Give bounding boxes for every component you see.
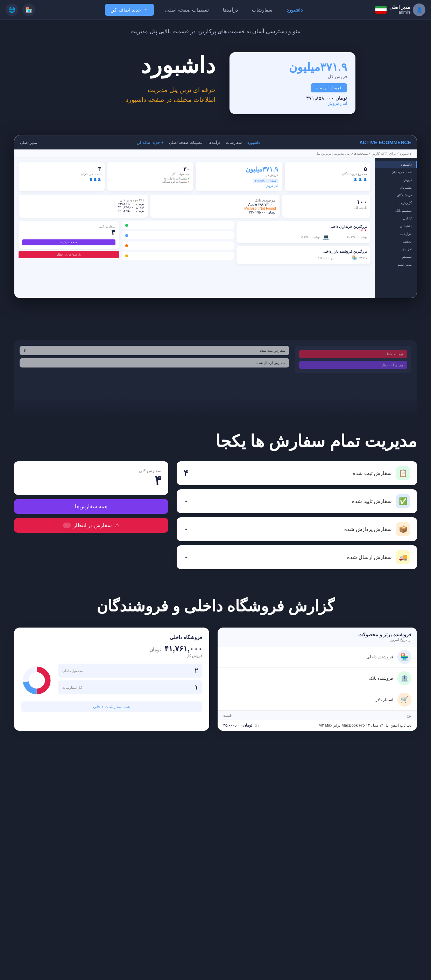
buyer-avatars: 👤👤👤 (22, 178, 101, 181)
mock-sidebar-support[interactable]: پشتیبانی (375, 222, 417, 230)
seller1-name: Microsoft (332, 235, 344, 239)
mock-second-row: ۱۰۰ بازدید کل موجودی بانک Apple ۳۹۹,۷۳۱,… (19, 195, 371, 218)
order-conf-dot (125, 234, 128, 237)
order-registered-count: ۴ (184, 468, 188, 478)
orders-side-panel: سفارش کلی ۴ همه سفارش‌ها ⚠ سفارش در انتظ… (14, 461, 168, 569)
stats-link[interactable]: آمار فروش (238, 101, 347, 106)
order-processing-count: ۰ (184, 524, 188, 534)
mock-sidebar-increase[interactable]: افزایش (375, 245, 417, 253)
mock-sidebar-menu-admin[interactable]: مدیر المنو (375, 261, 417, 269)
seller1-icon: 💻 (323, 234, 329, 240)
vendor-count-mock: ۲۵,۱۱۱ (359, 256, 367, 260)
bg-order-2: سفارش ارسال شده۰ (20, 358, 289, 368)
revenue-numbers: تومان ۳۹۹,۷۳۱,۰۰۰ تومان ۳۳۰,۲۹۵,۰۰۰ توما… (22, 202, 144, 212)
screenshot-inner: ACTIVE ECOMMERCE داشبورد سفارشات درآمدها… (14, 135, 417, 298)
nav-right-actions: 🏪 🌐 (6, 3, 35, 16)
vendor-2-name: فروشنده بانک (223, 676, 393, 681)
mock-sidebar-dashboard[interactable]: داشبورد (375, 161, 417, 169)
order-shipped-label: سفارش ارسال شده (347, 554, 392, 560)
revenue-label: ۲۲۶ موجودی کلی (22, 198, 144, 202)
vendors-title: بزرگترین فروشنده بازار داخلی (240, 250, 367, 253)
visits-num: ۱۰۰ (286, 198, 367, 206)
order-confirmed-count: ۰ (184, 496, 188, 506)
language-flag[interactable] (375, 6, 386, 14)
seller1-row: تومان ۳۱,۳۲۱,۰۰۰ Microsoft 💻 تومان ۱۱,۳۷… (240, 234, 367, 240)
reports-grid: فروشنده برتر و محصولات از تاریخ امروز 🏪 … (14, 628, 417, 731)
pending-btn-label: سفارش در انتظار (73, 522, 112, 528)
pending-btn-mock[interactable]: ⚠ سفارش در انتظار (19, 251, 119, 258)
nav-link-dashboard[interactable]: داشبورد (284, 6, 305, 14)
mock-sidebar-system[interactable]: سیستم (375, 253, 417, 261)
store-icon-btn[interactable]: 🏪 (22, 3, 35, 16)
mock-nav-add: + جدید اضافه کن (137, 140, 164, 145)
orders-stat-label: کل سفارشات (62, 686, 82, 689)
store-all-orders-button[interactable]: همه سفارشات داخلی (21, 702, 202, 712)
mock-sidebar-discount[interactable]: تخفیف (375, 238, 417, 245)
nav-user-section: 👤 مدیر اصلی admin (375, 3, 425, 16)
order-processing-icon: 📦 (396, 522, 410, 536)
user-role: admin (390, 10, 410, 15)
vendors-label: مجموع فروشندگان (288, 172, 367, 176)
mock-logo: ACTIVE ECOMMERCE (359, 140, 411, 145)
order-reg-count: ۴ (166, 223, 168, 227)
nav-link-settings[interactable]: تنظیمات صفحه اصلی (162, 6, 212, 14)
month-sales-button[interactable]: فروش این ماه (311, 83, 347, 92)
order-card-confirmed: ✅ سفارش تایید شده ۰ (177, 489, 417, 513)
vendor-sales: ولپ تاپ ۱۲۵ (335, 256, 350, 260)
vendor-row-mock: ۲۵,۱۱۱ 🏪 ولپ تاپ ۱۲۵ ولپ تاپ ۱۸۸ (240, 256, 367, 260)
order-shipped-icon: 🚚 (396, 550, 410, 564)
plus-icon: ＋ (143, 6, 148, 13)
nav-link-income[interactable]: درآمدها (220, 6, 241, 14)
month-amount: تومان ۳۷۱,۸۵۸,۰۰۰ (238, 95, 347, 101)
products-bar: ۲ محصول داخلی (58, 663, 202, 678)
mock-sidebar-count[interactable]: تعداد خریداران (375, 169, 417, 176)
store-amount-value: ۴۱,۷۶۱,۰۰۰ (164, 644, 202, 653)
apple-income: Apple ۳۹۹,۷۳۱,۰۰۰ (154, 203, 276, 207)
mock-sidebar-customers[interactable]: مشتریان (375, 184, 417, 191)
mock-sidebar-vendors[interactable]: فروشندگان (375, 191, 417, 199)
product-row-1: لپ تاپ ابلفن اپل ۱۴ مدل MacBook Pro ۱۲ ب… (218, 720, 417, 731)
pending-orders-button[interactable]: ⚠ سفارش در انتظار ۰ (14, 518, 168, 533)
mock-sidebar-sales[interactable]: فروش (375, 176, 417, 184)
sales-number: ۳۷۱.۹میلیون (238, 60, 347, 74)
all-orders-btn-mock[interactable]: همه سفارش‌ها (22, 239, 115, 245)
bg-left-col: توماناماماما وی‌پرداخت پنل (295, 346, 412, 373)
add-button-label: جدید اضافه کن (111, 7, 142, 13)
dashboard-section: ۳۷۱.۹میلیون فروش کل فروش این ماه تومان ۳… (0, 38, 431, 135)
mock-orders-status: سفارش ثبت شده ۴ سفارش تایید شده ۰ سفارش … (122, 221, 233, 264)
vendor-row-3: 🛒 اسمار دلار (218, 689, 417, 711)
mock-visits-card: ۱۰۰ بازدید کل (282, 195, 371, 218)
mock-nav: داشبورد سفارشات درآمدها تنظیمات صفحه اصل… (137, 140, 260, 145)
order-card-processing: 📦 سفارش پردازش شده ۰ (177, 517, 417, 541)
dashboard-text: داشبورد حرفه ای ترین پنل مدیریت اطلاعات … (76, 52, 215, 106)
bg-order-1: سفارش ثبت شده۴ (20, 346, 289, 355)
warning-icon: ⚠ (115, 522, 119, 528)
total-orders-label-v2: سفارش کلی (21, 468, 161, 473)
all-orders-button[interactable]: همه سفارش‌ها (14, 499, 168, 514)
product-1-name: لپ تاپ ابلفن اپل ۱۴ مدل MacBook Pro ۱۲ ب… (262, 723, 412, 728)
reports-title: گزارش فروشگاه داخلی و فروشندگان (14, 597, 417, 615)
mock-stat-vendors: ۵ مجموع فروشندگان 👤👤👤 (285, 162, 371, 191)
total-orders-card: سفارش کلی ۴ همه سفارش‌ها (19, 221, 119, 249)
mock-sidebar-reports[interactable]: گزارش‌ها (375, 199, 417, 207)
vendors-count: ۵ (288, 165, 367, 172)
bg-purple-btn: وی‌پرداخت پنل (299, 361, 407, 369)
orders-bg-preview: توماناماماما وی‌پرداخت پنل سفارش ثبت شده… (14, 340, 417, 417)
mock-sidebar-blog[interactable]: سیستم بلاگ (375, 207, 417, 215)
store-report-title: فروشگاه داخلی (21, 635, 202, 640)
nav-link-orders[interactable]: سفارشات (249, 6, 275, 14)
vendors-card-title: فروشنده برتر و محصولات (358, 632, 412, 637)
vendors-card-header: فروشنده برتر و محصولات از تاریخ امروز (218, 628, 417, 646)
total-income: تومان ۳۳۰,۲۹۵,۰۰۰ (154, 210, 276, 214)
mock-sellers-card: بزرگترین خریداران داخلی ★ 1st تومان ۳۱,۳… (237, 221, 371, 243)
mock-sidebar-performance[interactable]: کارایی (375, 215, 417, 222)
mock-stat-buyers: ۳ تعداد خریداران 👤👤👤 (19, 162, 105, 191)
add-new-button[interactable]: ＋ جدید اضافه کن (105, 4, 154, 16)
vendors-card-subtitle: از تاریخ امروز (358, 637, 412, 642)
mock-nav-dashboard: داشبورد (247, 140, 260, 145)
orders-bar: ۱ کل سفارشات (58, 680, 202, 694)
mock-stats-row: ۵ مجموع فروشندگان 👤👤👤 ۳۷۱.۹میلیون فروش ک… (19, 162, 371, 191)
globe-icon-btn[interactable]: 🌐 (6, 3, 18, 16)
top-navigation: 👤 مدیر اصلی admin داشبورد سفارشات درآمده… (0, 0, 431, 20)
mock-sidebar-marketing[interactable]: بازاریابی (375, 230, 417, 238)
